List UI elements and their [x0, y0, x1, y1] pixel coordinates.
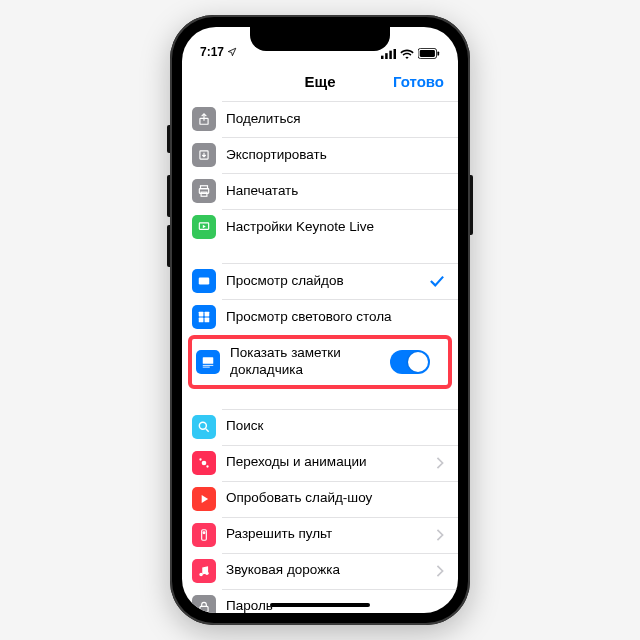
- row-label: Звуковая дорожка: [226, 562, 436, 579]
- row-remote[interactable]: Разрешить пульт: [182, 517, 458, 553]
- print-icon: [192, 179, 216, 203]
- checkmark-icon: [430, 275, 444, 287]
- svg-point-22: [202, 460, 207, 465]
- location-icon: [227, 47, 237, 57]
- svg-point-26: [203, 532, 205, 534]
- svg-rect-6: [437, 51, 439, 55]
- row-label: Экспортировать: [226, 147, 444, 164]
- nav-title: Еще: [304, 73, 335, 90]
- done-button[interactable]: Готово: [393, 73, 444, 90]
- row-audio[interactable]: Звуковая дорожка: [182, 553, 458, 589]
- audio-icon: [192, 559, 216, 583]
- toggle-shownotes[interactable]: [390, 350, 430, 374]
- battery-icon: [418, 48, 440, 59]
- svg-rect-5: [420, 50, 435, 57]
- svg-rect-20: [203, 367, 210, 368]
- svg-rect-15: [205, 312, 210, 317]
- screen: 7:17 Еще Готово ПоделитьсяЭкспортировать…: [182, 27, 458, 613]
- row-print[interactable]: Напечатать: [182, 173, 458, 209]
- row-label: Просмотр светового стола: [226, 309, 444, 326]
- svg-rect-0: [381, 55, 384, 58]
- chevron-right-icon: [436, 457, 444, 469]
- svg-point-27: [199, 573, 203, 577]
- settings-list[interactable]: ПоделитьсяЭкспортироватьНапечататьНастро…: [182, 101, 458, 613]
- svg-point-21: [199, 422, 206, 429]
- row-transitions[interactable]: Переходы и анимации: [182, 445, 458, 481]
- svg-rect-2: [389, 50, 392, 58]
- svg-point-28: [205, 571, 209, 575]
- notch: [250, 27, 390, 51]
- svg-rect-18: [203, 357, 214, 363]
- signal-icon: [381, 49, 396, 59]
- row-search[interactable]: Поиск: [182, 409, 458, 445]
- svg-rect-29: [200, 606, 208, 612]
- svg-rect-3: [394, 49, 397, 59]
- chevron-right-icon: [436, 529, 444, 541]
- tryshow-icon: [192, 487, 216, 511]
- kn-live-icon: [192, 215, 216, 239]
- row-password[interactable]: Пароль: [182, 589, 458, 613]
- remote-icon: [192, 523, 216, 547]
- highlight-box: Показать заметки докладчика: [188, 335, 452, 389]
- svg-rect-17: [205, 318, 210, 323]
- svg-rect-19: [203, 365, 214, 366]
- svg-point-24: [206, 465, 208, 467]
- phone-frame: 7:17 Еще Готово ПоделитьсяЭкспортировать…: [170, 15, 470, 625]
- row-slideview[interactable]: Просмотр слайдов: [182, 263, 458, 299]
- row-shownotes[interactable]: Показать заметки докладчика: [192, 341, 444, 383]
- row-lighttable[interactable]: Просмотр светового стола: [182, 299, 458, 335]
- transitions-icon: [192, 451, 216, 475]
- search-icon: [192, 415, 216, 439]
- svg-point-23: [199, 458, 201, 460]
- navbar: Еще Готово: [182, 61, 458, 101]
- row-label: Поделиться: [226, 111, 444, 128]
- svg-rect-16: [199, 318, 204, 323]
- row-label: Просмотр слайдов: [226, 273, 430, 290]
- row-label: Разрешить пульт: [226, 526, 436, 543]
- wifi-icon: [400, 49, 414, 59]
- row-label: Поиск: [226, 418, 444, 435]
- share-icon: [192, 107, 216, 131]
- row-kn-live[interactable]: Настройки Keynote Live: [182, 209, 458, 245]
- row-label: Опробовать слайд-шоу: [226, 490, 444, 507]
- status-time: 7:17: [200, 45, 224, 59]
- row-label: Напечатать: [226, 183, 444, 200]
- row-share[interactable]: Поделиться: [182, 101, 458, 137]
- row-export[interactable]: Экспортировать: [182, 137, 458, 173]
- lighttable-icon: [192, 305, 216, 329]
- row-label: Переходы и анимации: [226, 454, 436, 471]
- password-icon: [192, 595, 216, 613]
- svg-rect-13: [199, 278, 210, 285]
- home-indicator[interactable]: [270, 603, 370, 607]
- svg-rect-14: [199, 312, 204, 317]
- shownotes-icon: [196, 350, 220, 374]
- export-icon: [192, 143, 216, 167]
- row-tryshow[interactable]: Опробовать слайд-шоу: [182, 481, 458, 517]
- row-label: Настройки Keynote Live: [226, 219, 444, 236]
- svg-rect-1: [385, 53, 388, 59]
- slideview-icon: [192, 269, 216, 293]
- row-label: Показать заметки докладчика: [230, 345, 390, 379]
- chevron-right-icon: [436, 565, 444, 577]
